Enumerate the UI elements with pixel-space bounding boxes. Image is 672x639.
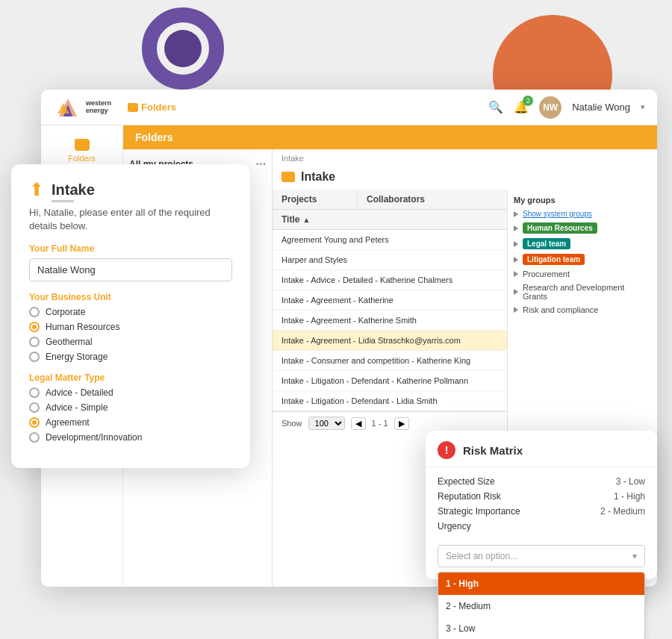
risk-row-expected-size: Expected Size 3 - Low: [438, 476, 645, 487]
intake-title-row: ⬆ Intake: [29, 179, 232, 200]
folders-header: Folders: [123, 125, 657, 149]
next-page-btn[interactable]: ▶: [394, 417, 409, 430]
group-risk-compliance[interactable]: Risk and compliance: [514, 303, 651, 317]
radio-circle-hr: [29, 322, 40, 332]
group-human-resources[interactable]: Human Resources: [514, 220, 651, 236]
radio-label-agreement: Agreement: [46, 417, 90, 428]
folder-nav-icon: [128, 103, 138, 112]
risk-row-urgency: Urgency: [438, 521, 645, 532]
radio-energy-storage[interactable]: Energy Storage: [29, 352, 232, 362]
risk-matrix-card: ! Risk Matrix Expected Size 3 - Low Repu…: [426, 431, 657, 579]
group-litigation-team[interactable]: Litigation team: [514, 252, 651, 267]
dropdown-option-low[interactable]: 3 - Low: [438, 617, 644, 639]
risk-placeholder-text: Select an option...: [446, 551, 517, 561]
group-legal-team[interactable]: Legal team: [514, 236, 651, 252]
group-badge-litigation: Litigation team: [523, 254, 585, 265]
risk-field-strategic: Strategic Importance: [438, 506, 520, 517]
full-name-label: Your Full Name: [29, 243, 232, 254]
nav-folders-label: Folders: [141, 102, 176, 113]
radio-development[interactable]: Development/Innovation: [29, 432, 232, 443]
show-label: Show: [281, 419, 302, 428]
icon-underline: [52, 200, 74, 202]
table-row[interactable]: Intake - Litigation - Defendant - Kather…: [273, 371, 507, 391]
breadcrumb: Intake: [273, 149, 657, 167]
my-groups-label: My groups: [514, 196, 651, 205]
radio-human-resources[interactable]: Human Resources: [29, 322, 232, 332]
sidebar-item-folders[interactable]: Folders: [41, 133, 122, 169]
folders-header-title: Folders: [135, 131, 173, 143]
panel-title: Intake: [301, 170, 335, 184]
show-select[interactable]: 100 50 25: [308, 417, 345, 430]
radio-circle-corporate: [29, 307, 40, 317]
dropdown-option-high[interactable]: 1 - High: [438, 573, 644, 595]
logo: western energy: [53, 93, 128, 122]
table-row[interactable]: Intake - Agreement - Lidia Straschko@yar…: [273, 331, 507, 351]
table-row[interactable]: Intake - Agreement - Katherine: [273, 290, 507, 311]
radio-circle-geothermal: [29, 337, 40, 347]
dropdown-option-medium[interactable]: 2 - Medium: [438, 595, 644, 617]
sidebar-folder-icon: [75, 139, 90, 151]
risk-value-reputation: 1 - High: [614, 491, 645, 502]
deco-circle-inner: [164, 30, 202, 67]
table-row[interactable]: Intake - Consumer and competition - Kath…: [273, 351, 507, 371]
radio-circle-advice-simple: [29, 402, 40, 413]
risk-title: Risk Matrix: [463, 444, 523, 457]
group-label-rd: Research and Development Grants: [523, 283, 651, 301]
radio-label-advice-detailed: Advice - Detailed: [46, 387, 113, 398]
radio-advice-detailed[interactable]: Advice - Detailed: [29, 387, 232, 398]
radio-circle-advice-detailed: [29, 387, 40, 398]
radio-label-hr: Human Resources: [46, 322, 119, 332]
radio-circle-dev: [29, 432, 40, 443]
risk-value-strategic: 2 - Medium: [600, 506, 645, 517]
search-icon[interactable]: 🔍: [488, 100, 503, 114]
radio-circle-agreement: [29, 417, 40, 428]
radio-corporate[interactable]: Corporate: [29, 307, 232, 317]
risk-header: ! Risk Matrix: [426, 431, 657, 467]
user-dropdown-arrow[interactable]: ▾: [641, 102, 645, 112]
business-unit-group: Corporate Human Resources Geothermal Ene…: [29, 307, 232, 362]
show-system-groups-link[interactable]: Show system groups: [523, 210, 592, 218]
risk-alert-icon: !: [438, 441, 455, 459]
logo-text-line2: energy: [86, 107, 111, 115]
risk-field-urgency: Urgency: [438, 521, 471, 532]
radio-label-energy: Energy Storage: [46, 352, 108, 362]
sidebar-folders-label: Folders: [68, 154, 96, 163]
risk-row-strategic: Strategic Importance 2 - Medium: [438, 506, 645, 517]
navbar: western energy Folders 🔍 🔔 2 NW Natalie …: [41, 90, 657, 125]
group-rd-grants[interactable]: Research and Development Grants: [514, 281, 651, 303]
prev-page-btn[interactable]: ◀: [351, 417, 366, 430]
table-row[interactable]: Agreement Young and Peters: [273, 230, 507, 250]
risk-dropdown-menu: 1 - High 2 - Medium 3 - Low: [438, 572, 645, 639]
table-row[interactable]: Intake - Advice - Detailed - Katherine C…: [273, 270, 507, 290]
projects-table-header: Title ▲: [273, 210, 507, 230]
radio-label-geothermal: Geothermal: [46, 337, 93, 347]
projects-column-header: Projects: [273, 190, 358, 209]
risk-select-placeholder[interactable]: Select an option... ▾: [438, 545, 645, 567]
table-row[interactable]: Intake - Litigation - Defendant - Lidia …: [273, 391, 507, 411]
business-unit-label: Your Business Unit: [29, 292, 232, 302]
collaborators-column-header: Collaborators: [358, 190, 507, 209]
full-name-input[interactable]: [29, 258, 232, 281]
file-tree-menu-icon[interactable]: ⋯: [255, 158, 266, 170]
nav-links: Folders: [128, 102, 488, 113]
notification-bell[interactable]: 🔔 2: [514, 100, 529, 114]
user-name-label: Natalie Wong: [572, 102, 630, 113]
radio-geothermal[interactable]: Geothermal: [29, 337, 232, 347]
legal-matter-group: Advice - Detailed Advice - Simple Agreem…: [29, 387, 232, 443]
panel-title-row: Intake: [273, 167, 657, 190]
table-row[interactable]: Intake - Agreement - Katherine Smith: [273, 311, 507, 331]
risk-value-expected-size: 3 - Low: [616, 476, 645, 487]
radio-label-dev: Development/Innovation: [46, 432, 142, 443]
group-label-risk: Risk and compliance: [523, 305, 599, 314]
table-row[interactable]: Harper and Styles: [273, 250, 507, 270]
intake-form-card: ⬆ Intake Hi, Natalie, please enter all o…: [11, 164, 250, 468]
radio-advice-simple[interactable]: Advice - Simple: [29, 402, 232, 413]
nav-folders[interactable]: Folders: [128, 102, 176, 113]
radio-agreement[interactable]: Agreement: [29, 417, 232, 428]
avatar: NW: [539, 96, 561, 119]
show-system-groups-row[interactable]: Show system groups: [514, 208, 651, 220]
group-label-procurement: Procurement: [523, 269, 570, 278]
group-procurement[interactable]: Procurement: [514, 267, 651, 281]
page-info: 1 - 1: [372, 419, 388, 428]
group-expand-arrow: [514, 241, 518, 247]
